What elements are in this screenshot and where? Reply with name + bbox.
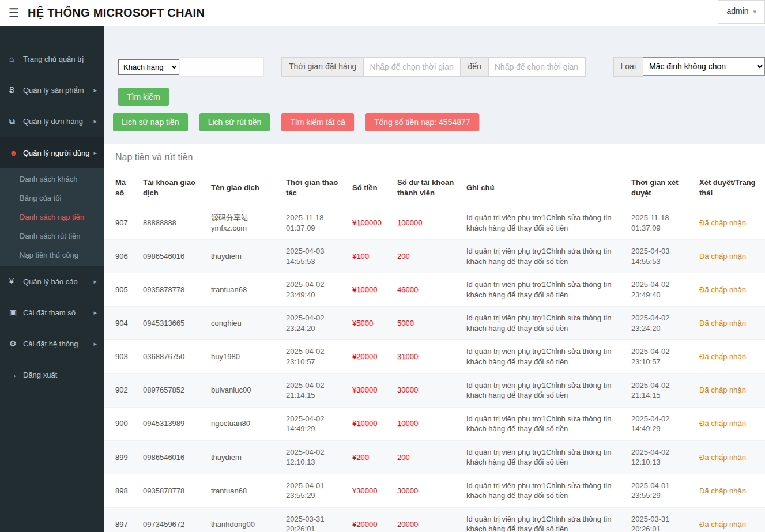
sidebar-toggle-button[interactable]: ☰ — [0, 0, 28, 26]
table-row: 898 0935878778 trantuan68 2025-04-01 23:… — [104, 474, 765, 507]
cell-status: Đã chấp nhận — [694, 440, 765, 474]
cell-balance: 200 — [391, 240, 461, 273]
sidebar-item-label: Trang chủ quản trị — [23, 55, 84, 63]
cell-name: thuydiem — [205, 240, 280, 273]
hamburger-icon: ☰ — [9, 6, 19, 19]
cell-balance: 10000 — [391, 407, 461, 440]
deposit-history-button[interactable]: Lịch sử nạp tiền — [113, 113, 188, 131]
sidebar-item-label: Quản lý báo cáo — [23, 277, 78, 286]
sidebar-subitem-withdraw-list[interactable]: Danh sách rút tiền — [0, 227, 104, 246]
cell-note: Id quản trị viên phụ trợ1Chỉnh sửa thông… — [461, 206, 625, 240]
cell-account: 0945313989 — [137, 407, 205, 440]
cell-account: 0897657852 — [137, 373, 205, 407]
sidebar-item-users[interactable]: ☻ Quản lý người dùng ▸ — [0, 137, 104, 168]
sidebar-subitem-deposit-list[interactable]: Danh sách nạp tiền — [0, 207, 104, 227]
cell-id: 906 — [104, 240, 137, 273]
cell-review-time: 2025-04-01 23:55:29 — [625, 474, 694, 507]
cell-review-time: 2025-04-02 23:24:20 — [625, 307, 694, 340]
user-icon: ☻ — [9, 148, 23, 157]
search-all-button[interactable]: Tìm kiếm tất cả — [281, 113, 354, 131]
search-button[interactable]: Tìm kiếm — [118, 88, 169, 106]
cell-status: Đã chấp nhận — [694, 474, 765, 507]
cell-balance: 46000 — [391, 273, 461, 307]
cell-amount: ¥100000 — [346, 206, 391, 240]
col-header-time: Thời gian thao tác — [280, 169, 346, 206]
cell-balance: 30000 — [391, 373, 461, 407]
cell-id: 905 — [104, 273, 137, 307]
cell-amount: ¥30000 — [346, 474, 391, 507]
sidebar-subitem-customer-list[interactable]: Danh sách khách — [0, 169, 104, 188]
sidebar-item-reports[interactable]: ¥ Quản lý báo cáo ▸ — [0, 266, 104, 297]
sidebar-item-logout[interactable]: → Đăng xuất — [0, 359, 104, 390]
cell-name: ngoctuan80 — [205, 407, 280, 440]
cell-amount: ¥100 — [346, 240, 391, 273]
cell-note: Id quản trị viên phụ trợ1Chỉnh sửa thông… — [461, 373, 625, 407]
cell-review-time: 2025-04-02 23:10:57 — [625, 340, 694, 373]
page-title: HỆ THỐNG MICROSOFT CHAIN — [28, 6, 205, 20]
orders-icon: ⧉ — [9, 116, 23, 126]
cell-name: thanhdong00 — [205, 507, 280, 532]
sidebar: ⌂ Trang chủ quản trị Ƀ Quản lý sản phẩm … — [0, 26, 104, 532]
cell-id: 899 — [104, 440, 137, 474]
type-label: Loại — [613, 57, 643, 77]
sidebar-item-products[interactable]: Ƀ Quản lý sản phẩm ▸ — [0, 74, 104, 105]
customer-filter-select[interactable]: Khách hàng — [118, 59, 179, 75]
cell-review-time: 2025-04-02 14:49:29 — [625, 407, 694, 440]
time-to-input[interactable] — [489, 57, 586, 77]
main-content: Khách hàng Thời gian đặt hàng đến Loại M… — [104, 26, 765, 532]
cell-balance: 100000 — [391, 206, 461, 240]
cell-account: 0986546016 — [137, 440, 205, 474]
table-row: 906 0986546016 thuydiem 2025-04-03 14:55… — [104, 240, 765, 273]
settings-icon: ▣ — [9, 308, 23, 317]
cell-time: 2025-04-02 21:14:15 — [280, 373, 346, 407]
cell-time: 2025-03-31 20:26:01 — [280, 507, 346, 532]
sidebar-item-label: Đăng xuất — [23, 371, 57, 379]
users-submenu: Danh sách khách Bảng của tôi Danh sách n… — [0, 168, 104, 266]
sidebar-subitem-my-table[interactable]: Bảng của tôi — [0, 188, 104, 207]
cell-id: 904 — [104, 307, 137, 340]
cell-review-time: 2025-04-03 14:55:53 — [625, 240, 694, 273]
time-from-input[interactable] — [364, 57, 461, 77]
col-header-status: Xét duyệt/Trạng thái — [694, 169, 765, 206]
col-header-amount: Số tiền — [346, 169, 391, 206]
col-header-review-time: Thời gian xét duyệt — [625, 169, 694, 206]
sidebar-subitem-manual-deposit[interactable]: Nạp tiền thủ công — [0, 246, 104, 265]
chevron-right-icon: ▸ — [93, 149, 97, 157]
customer-keyword-input[interactable] — [180, 57, 264, 77]
col-header-note: Ghi chú — [461, 169, 625, 206]
type-filter-group: Loại Mặc định không chọn — [613, 57, 765, 77]
sidebar-item-dashboard[interactable]: ⌂ Trang chủ quản trị — [0, 43, 104, 74]
panel-title: Nạp tiền và rút tiền — [104, 144, 765, 169]
withdraw-history-button[interactable]: Lịch sử rút tiền — [199, 113, 270, 131]
chevron-right-icon: ▸ — [93, 340, 97, 348]
time-range-label: Thời gian đặt hàng — [281, 57, 364, 77]
cell-balance: 30000 — [391, 474, 461, 507]
cell-id: 900 — [104, 407, 137, 440]
cell-status: Đã chấp nhận — [694, 273, 765, 307]
sidebar-item-system-settings[interactable]: ⚙ Cài đặt hệ thống ▸ — [0, 328, 104, 359]
type-filter-select[interactable]: Mặc định không chọn — [643, 57, 765, 76]
user-menu[interactable]: admin ▾ — [718, 0, 765, 24]
filter-bar: Khách hàng Thời gian đặt hàng đến Loại M… — [118, 57, 765, 77]
cell-id: 907 — [104, 206, 137, 240]
cell-account: 0945313665 — [137, 307, 205, 340]
cell-id: 897 — [104, 507, 137, 532]
col-header-account: Tài khoản giao dịch — [137, 169, 205, 206]
cell-amount: ¥5000 — [346, 307, 391, 340]
cell-note: Id quản trị viên phụ trợ1Chỉnh sửa thông… — [461, 474, 625, 507]
cell-note: Id quản trị viên phụ trợ1Chỉnh sửa thông… — [461, 507, 625, 532]
cell-amount: ¥30000 — [346, 373, 391, 407]
cell-status: Đã chấp nhận — [694, 373, 765, 407]
sidebar-item-parameters[interactable]: ▣ Cài đặt tham số ▸ — [0, 297, 104, 328]
cell-name: thuydiem — [205, 440, 280, 474]
cell-account: 88888888 — [137, 206, 205, 240]
cell-time: 2025-04-03 14:55:53 — [280, 240, 346, 273]
table-row: 897 0973459672 thanhdong00 2025-03-31 20… — [104, 507, 765, 532]
yen-icon: ¥ — [9, 277, 23, 286]
sidebar-item-orders[interactable]: ⧉ Quản lý đơn hàng ▸ — [0, 105, 104, 137]
top-bar: ☰ HỆ THỐNG MICROSOFT CHAIN admin ▾ — [0, 0, 765, 26]
table-row: 899 0986546016 thuydiem 2025-04-02 12:10… — [104, 440, 765, 474]
cell-status: Đã chấp nhận — [694, 307, 765, 340]
cell-id: 903 — [104, 340, 137, 373]
table-row: 900 0945313989 ngoctuan80 2025-04-02 14:… — [104, 407, 765, 440]
